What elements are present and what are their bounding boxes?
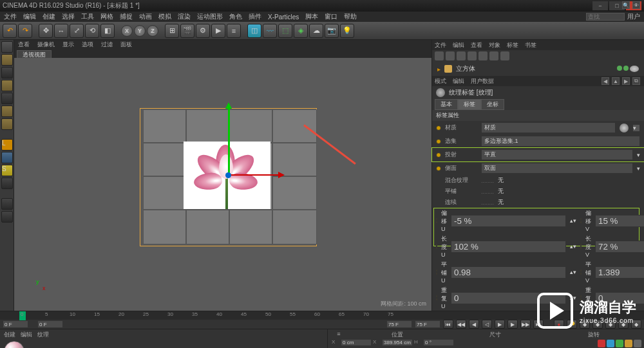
render-queue-icon[interactable]: ≡ — [227, 24, 241, 38]
filter6-icon[interactable] — [489, 51, 498, 60]
coord-toggle-icon[interactable]: ≡ — [329, 331, 348, 338]
y-axis-gizmo[interactable] — [228, 104, 230, 176]
model-mode-icon[interactable] — [1, 54, 13, 66]
tray-icon[interactable] — [607, 340, 614, 347]
filter5-icon[interactable] — [478, 51, 488, 60]
coord-system-icon[interactable]: ⊞ — [165, 24, 179, 38]
mat-menu-create[interactable]: 创建 — [4, 331, 15, 338]
menu-snap[interactable]: 捕捉 — [120, 12, 133, 21]
play-back-icon[interactable]: ◁ — [482, 320, 492, 329]
mat-menu-texture[interactable]: 纹理 — [37, 331, 49, 338]
am-edit[interactable]: 编辑 — [453, 77, 464, 86]
menu-file[interactable]: 文件 — [4, 12, 17, 21]
tray-icon[interactable] — [634, 340, 641, 347]
vp-menu-cameras[interactable]: 摄像机 — [37, 41, 55, 49]
recent-tool-icon[interactable]: ◧ — [100, 24, 115, 38]
search-input[interactable] — [586, 13, 625, 21]
param-led-icon[interactable] — [436, 166, 441, 171]
minimize-button[interactable]: − — [592, 1, 608, 10]
spinner-icon[interactable]: ▴▾ — [570, 217, 576, 224]
menu-character[interactable]: 角色 — [229, 12, 242, 21]
step-back-icon[interactable]: ◀◀ — [456, 320, 466, 329]
rotate-tool-icon[interactable]: ⟲ — [85, 24, 99, 38]
search-icon[interactable]: 🔍 — [622, 1, 630, 9]
spinner-icon[interactable]: ▴▾ — [570, 243, 576, 250]
filter2-icon[interactable] — [446, 51, 455, 60]
spline-icon[interactable]: 〰 — [263, 24, 277, 38]
deformer-icon[interactable]: ◈ — [294, 24, 308, 38]
dropdown-icon[interactable]: ▾ — [632, 124, 640, 132]
undo-button[interactable]: ↶ — [3, 24, 17, 38]
om-view[interactable]: 查看 — [471, 41, 482, 50]
snap-toggle-icon[interactable]: S — [1, 165, 13, 176]
select-tool-icon[interactable]: ✥ — [39, 24, 53, 38]
tray-icon[interactable] — [616, 340, 623, 347]
viewport-solo-icon[interactable] — [1, 198, 13, 210]
axis-x-button[interactable]: X — [121, 25, 133, 37]
chevron-down-icon[interactable]: ▾ — [637, 152, 640, 158]
om-file[interactable]: 文件 — [435, 41, 446, 50]
polygon-mode-icon[interactable] — [1, 118, 13, 130]
nav-back-icon[interactable]: ◀ — [601, 77, 609, 85]
param-led-icon[interactable] — [436, 244, 437, 249]
om-bookmarks[interactable]: 书签 — [525, 41, 536, 50]
param-led-icon[interactable] — [436, 295, 437, 300]
menu-tools[interactable]: 工具 — [81, 12, 94, 21]
axis-z-button[interactable]: Z — [147, 25, 158, 37]
texture-tag-icon[interactable] — [630, 66, 639, 72]
pos-x-input[interactable] — [341, 339, 372, 346]
size-x-input[interactable] — [382, 339, 413, 346]
environment-icon[interactable]: ☁ — [309, 24, 323, 38]
light-icon[interactable]: 💡 — [340, 24, 354, 38]
offset-v-input[interactable] — [595, 215, 644, 227]
length-v-input[interactable] — [595, 241, 644, 253]
render-pv-icon[interactable]: ▶ — [211, 24, 225, 38]
menu-mograph[interactable]: 运动图形 — [197, 12, 223, 21]
viewport-3d[interactable]: y x 网格间距: 100 cm — [14, 58, 431, 311]
menu-window[interactable]: 窗口 — [325, 12, 337, 21]
length-u-input[interactable] — [451, 241, 566, 253]
move-tool-icon[interactable]: ↔ — [54, 24, 68, 38]
edge-mode-icon[interactable] — [1, 105, 13, 117]
filter3-icon[interactable] — [457, 51, 466, 60]
mat-menu-edit[interactable]: 编辑 — [21, 331, 32, 338]
locked-icon[interactable] — [1, 211, 13, 223]
nav-fwd-icon[interactable]: ▶ — [622, 77, 630, 85]
workplane-icon[interactable] — [1, 80, 13, 91]
materials-list[interactable]: 材质 — [1, 338, 326, 348]
om-objects[interactable]: 对象 — [489, 41, 500, 50]
subtab-basic[interactable]: 基本 — [435, 99, 458, 110]
menu-plugins[interactable]: 插件 — [249, 12, 261, 21]
am-mode[interactable]: 模式 — [435, 77, 446, 86]
om-edit[interactable]: 编辑 — [453, 41, 464, 50]
param-led-icon[interactable] — [436, 139, 441, 144]
material-preview-icon[interactable] — [4, 341, 24, 348]
next-frame-icon[interactable]: ▶ — [507, 320, 518, 329]
step-fwd-icon[interactable]: ▶▶ — [520, 320, 531, 329]
generator-icon[interactable]: ⬚ — [278, 24, 292, 38]
texture-mode-icon[interactable] — [1, 67, 13, 78]
point-mode-icon[interactable] — [1, 93, 13, 104]
prev-frame-icon[interactable]: ◀ — [469, 320, 479, 329]
material-link[interactable]: 材质 — [481, 122, 616, 133]
object-cube-item[interactable]: ▸ 立方体 — [437, 64, 639, 73]
nav-ext-icon[interactable]: ⧉ — [632, 77, 640, 85]
vp-menu-filter[interactable]: 过滤 — [101, 41, 113, 49]
tweak-mode-icon[interactable] — [1, 152, 13, 163]
render-view-icon[interactable]: 🎬 — [180, 24, 194, 38]
vp-menu-options[interactable]: 选项 — [82, 41, 93, 49]
projection-dropdown[interactable]: 平直 — [481, 149, 633, 160]
menu-render[interactable]: 渲染 — [178, 12, 191, 21]
proj-end-input[interactable] — [415, 320, 440, 328]
primitive-cube-icon[interactable]: ◫ — [247, 24, 261, 38]
play-fwd-icon[interactable]: ▶ — [495, 320, 505, 329]
menu-select[interactable]: 选择 — [62, 12, 75, 21]
filter-icon[interactable] — [435, 51, 444, 60]
material-ball-icon[interactable] — [620, 124, 629, 133]
vp-menu-view[interactable]: 查看 — [18, 41, 30, 49]
param-led-icon[interactable] — [580, 218, 582, 223]
nav-up-icon[interactable]: ▲ — [612, 77, 620, 85]
rot-h-input[interactable] — [423, 339, 454, 346]
object-tree[interactable]: ▸ 立方体 — [432, 62, 644, 76]
axis-y-button[interactable]: Y — [134, 25, 146, 37]
